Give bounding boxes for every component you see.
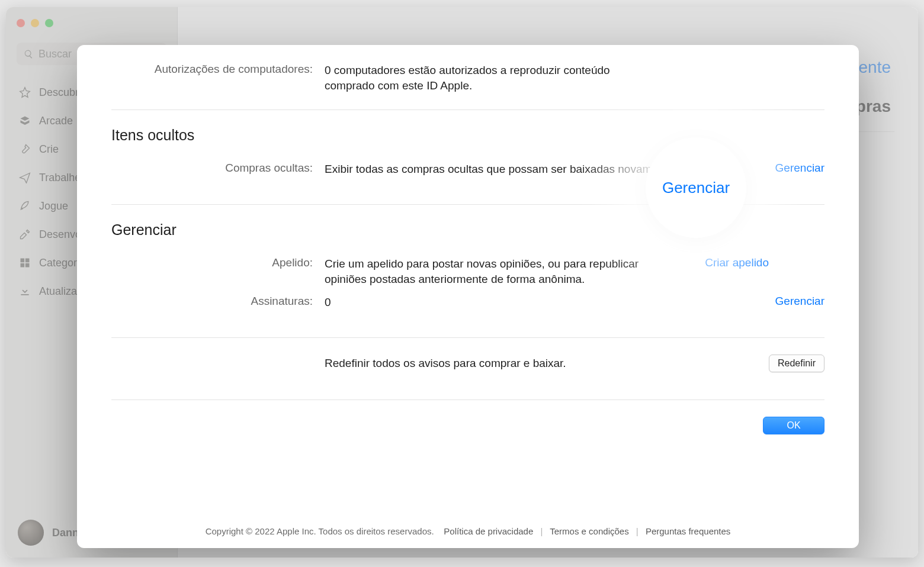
footer-copyright: Copyright © 2022 Apple Inc. Todos os dir… [206,526,434,536]
row-reset: Redefinir todos os avisos para comprar e… [111,355,824,372]
ok-button[interactable]: OK [763,417,824,434]
row-authorizations: Autorizações de computadores: 0 computad… [111,63,824,93]
divider [111,400,824,400]
authorizations-label: Autorizações de computadores: [111,63,325,76]
create-nickname-link[interactable]: Criar apelido [705,256,769,269]
row-nickname: Apelido: Crie um apelido para postar nov… [111,256,824,286]
reset-warnings-text: Redefinir todos os avisos para comprar e… [325,356,730,371]
divider [111,109,824,110]
subscriptions-manage-link[interactable]: Gerenciar [775,295,824,307]
sheet-footer: Copyright © 2022 Apple Inc. Todos os dir… [77,526,859,536]
spotlight-manage-link[interactable]: Gerenciar [662,179,730,197]
reset-button[interactable]: Redefinir [769,355,824,372]
account-settings-sheet: Autorizações de computadores: 0 computad… [77,45,859,548]
row-subscriptions: Assinaturas: 0 Gerenciar [111,295,824,310]
footer-terms-link[interactable]: Termos e condições [550,526,628,536]
row-ok: OK [111,417,824,434]
hidden-purchases-manage-link[interactable]: Gerenciar [775,162,824,174]
footer-faq-link[interactable]: Perguntas frequentes [646,526,730,536]
nickname-text: Crie um apelido para postar novas opiniõ… [325,256,674,286]
app-window: Buscar Descubra Arcade Crie Trabalhe Jog… [6,7,918,558]
divider [111,337,824,338]
authorizations-text: 0 computadores estão autorizados a repro… [325,63,656,93]
footer-privacy-link[interactable]: Política de privacidade [444,526,533,536]
spotlight-highlight: Gerenciar [646,137,746,238]
section-hidden-title: Itens ocultos [111,127,824,144]
nickname-label: Apelido: [111,256,325,269]
subscriptions-value: 0 [325,295,730,310]
hidden-purchases-label: Compras ocultas: [111,162,325,175]
subscriptions-label: Assinaturas: [111,295,325,308]
